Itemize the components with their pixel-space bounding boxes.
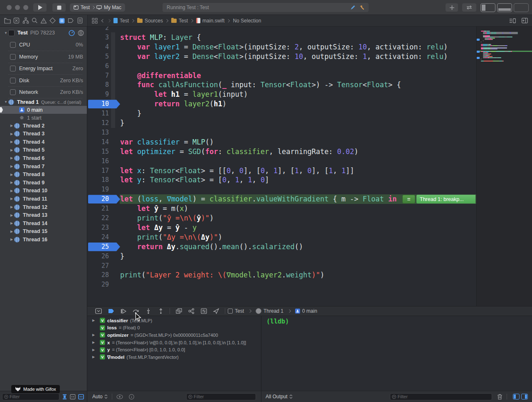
jumpbar-item[interactable]: Test bbox=[171, 18, 188, 24]
code-text[interactable]: return layer2(h1) bbox=[120, 99, 227, 109]
variable-row[interactable]: ▶Vy= (Tensor<Float>) [0.0, 1.0, 1.0, 0.0… bbox=[87, 346, 261, 353]
quicklook-eye-icon[interactable] bbox=[116, 395, 123, 399]
step-into-icon[interactable] bbox=[142, 307, 155, 315]
thread-row[interactable]: ▶Thread 12 bbox=[0, 203, 87, 211]
go-back-icon[interactable] bbox=[101, 19, 105, 22]
gauge-row-disk[interactable]: DiskZero KB/s bbox=[0, 75, 87, 86]
jumpbar-item[interactable]: main.swift bbox=[196, 18, 224, 24]
disclosure-closed-icon[interactable]: ▶ bbox=[92, 341, 95, 344]
stack-frame-row[interactable]: 0 main bbox=[0, 106, 87, 114]
code-text[interactable]: struct MLP: Layer { bbox=[120, 33, 201, 42]
code-text[interactable]: print("ŷ =\n\(ŷ)") bbox=[120, 213, 214, 223]
breakpoint-condition-badge[interactable]: = bbox=[402, 195, 415, 203]
view-hierarchy-icon[interactable] bbox=[172, 307, 185, 315]
toggle-inspector-button[interactable] bbox=[514, 3, 529, 12]
disclosure-closed-icon[interactable]: ▶ bbox=[9, 140, 14, 144]
disclosure-closed-icon[interactable]: ▶ bbox=[92, 333, 95, 337]
process-row[interactable]: ▼TestPID 78223 bbox=[0, 28, 87, 37]
show-console-toggle[interactable] bbox=[521, 394, 528, 400]
disclosure-open-icon[interactable]: ▼ bbox=[3, 100, 8, 104]
thread-row[interactable]: ▶Thread 10 bbox=[0, 187, 87, 195]
info-icon[interactable] bbox=[129, 394, 134, 400]
scope-dropdown[interactable]: Auto bbox=[92, 394, 108, 400]
thread-row[interactable]: ▶Thread 4 bbox=[0, 138, 87, 146]
close-window-icon[interactable] bbox=[7, 5, 12, 10]
debug-breadcrumb-item[interactable]: Test bbox=[228, 308, 244, 314]
gauge-row-memory[interactable]: Memory19 MB bbox=[0, 51, 87, 63]
view-mode-threads-icon[interactable] bbox=[69, 394, 76, 400]
code-text[interactable]: func callAsFunction(_ input: Tensor<Floa… bbox=[120, 80, 401, 90]
console-filter-input[interactable] bbox=[397, 394, 490, 399]
code-text[interactable]: let y: Tensor<Float> = [0, 1, 1, 0] bbox=[120, 175, 269, 185]
disclosure-closed-icon[interactable]: ▶ bbox=[9, 197, 14, 201]
disclosure-closed-icon[interactable]: ▶ bbox=[9, 173, 14, 176]
symbol-navigator-icon[interactable] bbox=[22, 17, 30, 25]
thread-row[interactable]: ▶Thread 5 bbox=[0, 146, 87, 154]
disclosure-closed-icon[interactable]: ▶ bbox=[9, 230, 14, 233]
output-dropdown[interactable]: All Output bbox=[266, 394, 293, 400]
memory-graph-icon[interactable] bbox=[185, 307, 197, 315]
breakpoints-toggle-icon[interactable] bbox=[105, 307, 117, 315]
code-text[interactable]: let ŷ = m(x) bbox=[120, 204, 188, 213]
code-review-button[interactable] bbox=[462, 3, 476, 12]
code-text[interactable]: print("Δy =\n\(Δy)") bbox=[120, 233, 222, 242]
go-forward-icon[interactable] bbox=[107, 19, 111, 22]
code-text[interactable]: let h1 = layer1(input) bbox=[120, 90, 248, 99]
disclosure-closed-icon[interactable]: ▶ bbox=[9, 221, 14, 225]
editor-minimap[interactable] bbox=[476, 27, 532, 306]
code-text[interactable]: let (loss, ∇model) = classifier.valueWit… bbox=[120, 194, 397, 204]
issue-navigator-icon[interactable] bbox=[39, 17, 48, 25]
navigator-filter-field[interactable] bbox=[2, 393, 59, 400]
jumpbar-item[interactable]: Test bbox=[113, 18, 129, 24]
code-text[interactable]: var layer1 = Dense<Float>(inputSize: 2, … bbox=[120, 42, 448, 52]
stack-frame-row[interactable]: 1 start bbox=[0, 114, 87, 122]
disclosure-closed-icon[interactable]: ▶ bbox=[9, 213, 14, 217]
disclosure-closed-icon[interactable]: ▶ bbox=[9, 132, 14, 136]
hide-debug-area-icon[interactable] bbox=[92, 307, 105, 315]
disclosure-open-icon[interactable]: ▼ bbox=[3, 31, 8, 35]
step-over-icon[interactable] bbox=[130, 307, 142, 315]
thread-row[interactable]: ▶Thread 7 bbox=[0, 162, 87, 170]
report-navigator-icon[interactable] bbox=[76, 17, 84, 25]
related-items-icon[interactable] bbox=[92, 18, 98, 24]
variable-row[interactable]: Vloss= (Float) 0 bbox=[87, 324, 261, 332]
code-text[interactable]: print("Layer 2 weight: \(∇model.layer2.w… bbox=[120, 270, 324, 280]
source-control-navigator-icon[interactable] bbox=[12, 17, 21, 25]
step-out-icon[interactable] bbox=[155, 307, 167, 315]
code-text[interactable]: } bbox=[120, 252, 124, 261]
jumpbar-item[interactable]: Sources bbox=[137, 18, 163, 24]
paused-thread-badge[interactable]: Thread 1: breakp... bbox=[416, 195, 475, 203]
debug-navigator-icon[interactable] bbox=[58, 17, 66, 25]
code-text[interactable]: return Δy.squared().mean().scalarized() bbox=[120, 242, 303, 252]
thread-row[interactable]: ▶Thread 6 bbox=[0, 154, 87, 162]
code-text[interactable]: var classifier = MLP() bbox=[120, 137, 214, 147]
thread-row[interactable]: ▶Thread 14 bbox=[0, 219, 87, 227]
disclosure-closed-icon[interactable]: ▶ bbox=[9, 124, 14, 127]
code-text[interactable]: } bbox=[120, 118, 124, 128]
disclosure-closed-icon[interactable]: ▶ bbox=[92, 355, 95, 359]
run-button[interactable] bbox=[33, 3, 47, 12]
variable-row[interactable]: ▶V∇model(Test.MLP.TangentVector) bbox=[87, 353, 261, 361]
environment-overrides-icon[interactable] bbox=[197, 307, 210, 315]
library-button[interactable] bbox=[446, 3, 458, 12]
variable-row[interactable]: ▶Vclassifier(Test.MLP) bbox=[87, 317, 261, 324]
editor-options-icon[interactable] bbox=[510, 18, 516, 23]
disclosure-closed-icon[interactable]: ▶ bbox=[9, 181, 14, 184]
continue-icon[interactable] bbox=[117, 307, 130, 315]
view-mode-flat-icon[interactable] bbox=[61, 394, 68, 400]
stop-button[interactable] bbox=[52, 3, 66, 12]
disclosure-closed-icon[interactable]: ▶ bbox=[9, 189, 14, 193]
simulate-location-icon[interactable] bbox=[210, 307, 222, 315]
variable-row[interactable]: ▶Voptimizer= (SGD<Test.MLP>) 0x000000011… bbox=[87, 331, 261, 339]
debug-breadcrumb-item[interactable]: 0 main bbox=[295, 308, 317, 314]
test-navigator-icon[interactable] bbox=[49, 17, 57, 25]
toggle-debug-area-button[interactable] bbox=[497, 3, 512, 12]
disclosure-closed-icon[interactable]: ▶ bbox=[9, 156, 14, 160]
code-text[interactable]: let Δy = ŷ - y bbox=[120, 223, 197, 233]
variables-filter-field[interactable] bbox=[186, 393, 256, 400]
disclosure-closed-icon[interactable]: ▶ bbox=[92, 319, 95, 322]
code-text[interactable]: let x: Tensor<Float> = [[0, 0], [0, 1], … bbox=[120, 166, 354, 176]
view-mode-queues-icon[interactable] bbox=[78, 394, 84, 400]
thread-row[interactable]: ▶Thread 15 bbox=[0, 228, 87, 235]
thread-row[interactable]: ▶Thread 11 bbox=[0, 195, 87, 203]
